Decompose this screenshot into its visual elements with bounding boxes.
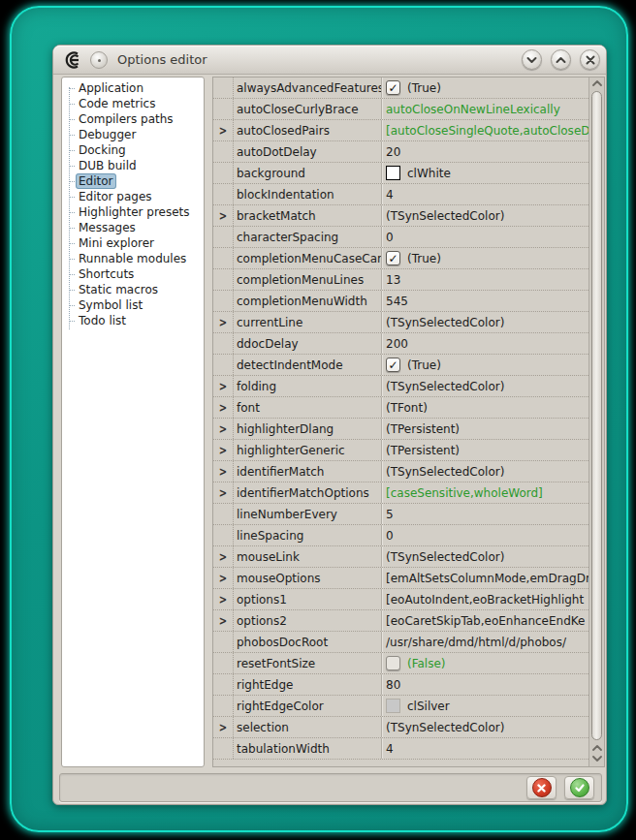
property-value[interactable]: (False)	[381, 653, 588, 673]
property-row-selection[interactable]: >selection(TSynSelectedColor)	[213, 717, 588, 738]
property-row-detectIndentMode[interactable]: detectIndentMode✓(True)	[213, 355, 588, 376]
property-value[interactable]: ✓(True)	[381, 355, 588, 375]
unshade-button[interactable]	[551, 49, 571, 70]
expand-arrow-icon[interactable]: >	[219, 380, 227, 392]
scroll-up-button-bottom[interactable]	[589, 744, 604, 752]
expander-cell[interactable]: >	[213, 376, 234, 396]
property-row-mouseOptions[interactable]: >mouseOptions[emAltSetsColumnMode,emDrag…	[213, 568, 588, 589]
expand-arrow-icon[interactable]: >	[219, 465, 227, 478]
property-row-completionMenuWidth[interactable]: completionMenuWidth545	[213, 291, 588, 312]
property-row-options2[interactable]: >options2[eoCaretSkipTab,eoEnhanceEndKe	[213, 610, 588, 632]
checkbox-checked-icon[interactable]: ✓	[386, 80, 400, 95]
property-value[interactable]: 4	[381, 184, 588, 204]
property-value[interactable]: (TSynSelectedColor)	[381, 205, 588, 226]
property-value[interactable]: (TPersistent)	[381, 419, 588, 439]
property-value[interactable]: (TSynSelectedColor)	[381, 376, 588, 396]
property-row-options1[interactable]: >options1[eoAutoIndent,eoBracketHighligh…	[213, 589, 588, 610]
checkbox-checked-icon[interactable]: ✓	[386, 251, 400, 265]
sidebar-item-debugger[interactable]: Debugger	[62, 127, 204, 142]
expand-arrow-icon[interactable]: >	[219, 593, 227, 606]
expander-cell[interactable]: >	[213, 717, 234, 737]
sidebar-item-application[interactable]: Application	[62, 80, 204, 96]
scroll-down-button[interactable]	[589, 755, 604, 762]
sidebar-item-mini-explorer[interactable]: Mini explorer	[62, 235, 204, 251]
property-row-autoDotDelay[interactable]: autoDotDelay20	[213, 141, 588, 163]
property-value[interactable]: [eoAutoIndent,eoBracketHighlight	[381, 589, 588, 609]
property-value[interactable]: 13	[381, 269, 588, 290]
property-value[interactable]: ✓(True)	[381, 248, 588, 268]
sidebar-item-dub-build[interactable]: DUB build	[62, 158, 204, 173]
expand-arrow-icon[interactable]: >	[219, 486, 227, 499]
property-row-background[interactable]: backgroundclWhite	[213, 163, 588, 184]
property-value[interactable]: (TSynSelectedColor)	[381, 717, 588, 737]
property-row-highlighterGeneric[interactable]: >highlighterGeneric(TPersistent)	[213, 440, 588, 461]
vertical-scrollbar[interactable]	[588, 78, 604, 766]
property-row-folding[interactable]: >folding(TSynSelectedColor)	[213, 376, 588, 397]
property-row-identifierMatch[interactable]: >identifierMatch(TSynSelectedColor)	[213, 461, 588, 482]
checkbox-checked-icon[interactable]: ✓	[386, 358, 400, 372]
property-row-rightEdge[interactable]: rightEdge80	[213, 674, 588, 696]
expand-arrow-icon[interactable]: >	[219, 209, 227, 222]
titlebar[interactable]: Options editor	[53, 46, 606, 75]
property-row-bracketMatch[interactable]: >bracketMatch(TSynSelectedColor)	[213, 205, 588, 227]
property-row-resetFontSize[interactable]: resetFontSize(False)	[213, 653, 588, 674]
property-row-highlighterDlang[interactable]: >highlighterDlang(TPersistent)	[213, 419, 588, 440]
property-value[interactable]: clSilver	[381, 696, 588, 716]
property-value[interactable]: 4	[381, 738, 588, 759]
expander-cell[interactable]: >	[213, 461, 234, 482]
sidebar-item-shortcuts[interactable]: Shortcuts	[62, 266, 204, 282]
expand-arrow-icon[interactable]: >	[219, 316, 227, 328]
property-row-blockIndentation[interactable]: blockIndentation4	[213, 184, 588, 205]
property-value[interactable]: 80	[381, 674, 588, 695]
sidebar-item-highlighter-presets[interactable]: Highlighter presets	[62, 204, 204, 220]
expander-cell[interactable]: >	[213, 610, 234, 631]
property-row-tabulationWidth[interactable]: tabulationWidth4	[213, 738, 588, 760]
scrollbar-thumb[interactable]	[591, 91, 602, 740]
expander-cell[interactable]: >	[213, 419, 234, 439]
property-value[interactable]: [eoCaretSkipTab,eoEnhanceEndKe	[381, 610, 588, 631]
property-row-completionMenuCaseCare[interactable]: completionMenuCaseCare✓(True)	[213, 248, 588, 269]
property-row-completionMenuLines[interactable]: completionMenuLines13	[213, 269, 588, 291]
expander-cell[interactable]: >	[213, 397, 234, 418]
property-row-font[interactable]: >font(TFont)	[213, 397, 588, 419]
property-value[interactable]: (TSynSelectedColor)	[381, 546, 588, 567]
property-row-ddocDelay[interactable]: ddocDelay200	[213, 333, 588, 355]
expander-cell[interactable]: >	[213, 312, 234, 332]
property-value[interactable]: [caseSensitive,wholeWord]	[381, 482, 588, 503]
property-row-lineSpacing[interactable]: lineSpacing0	[213, 525, 588, 546]
property-value[interactable]: (TFont)	[381, 397, 588, 418]
property-row-lineNumberEvery[interactable]: lineNumberEvery5	[213, 504, 588, 525]
scroll-up-button[interactable]	[589, 79, 604, 87]
expand-arrow-icon[interactable]: >	[219, 422, 227, 435]
expand-arrow-icon[interactable]: >	[219, 444, 227, 456]
property-row-characterSpacing[interactable]: characterSpacing0	[213, 227, 588, 248]
sidebar-item-todo-list[interactable]: Todo list	[62, 313, 204, 328]
expand-arrow-icon[interactable]: >	[219, 401, 227, 414]
property-row-identifierMatchOptions[interactable]: >identifierMatchOptions[caseSensitive,wh…	[213, 482, 588, 504]
property-value[interactable]: /usr/share/dmd/html/d/phobos/	[381, 632, 588, 652]
expand-arrow-icon[interactable]: >	[219, 721, 227, 733]
property-value[interactable]: (TSynSelectedColor)	[381, 312, 588, 332]
sidebar-item-editor[interactable]: Editor	[62, 173, 204, 189]
property-value[interactable]: [emAltSetsColumnMode,emDragDr	[381, 568, 588, 588]
sidebar-item-runnable-modules[interactable]: Runnable modules	[62, 251, 204, 266]
property-value[interactable]: 0	[381, 227, 588, 247]
property-value[interactable]: (TPersistent)	[381, 440, 588, 460]
sidebar-item-docking[interactable]: Docking	[62, 142, 204, 158]
property-row-rightEdgeColor[interactable]: rightEdgeColorclSilver	[213, 696, 588, 717]
property-row-autoCloseCurlyBrace[interactable]: autoCloseCurlyBraceautoCloseOnNewLineLex…	[213, 99, 588, 120]
property-value[interactable]: ✓(True)	[381, 78, 588, 98]
property-value[interactable]: clWhite	[381, 163, 588, 183]
expand-arrow-icon[interactable]: >	[219, 124, 227, 137]
property-value[interactable]: 20	[381, 141, 588, 162]
property-row-currentLine[interactable]: >currentLine(TSynSelectedColor)	[213, 312, 588, 333]
property-value[interactable]: [autoCloseSingleQuote,autoCloseD	[381, 120, 588, 140]
property-row-mouseLink[interactable]: >mouseLink(TSynSelectedColor)	[213, 546, 588, 568]
sidebar-item-compilers-paths[interactable]: Compilers paths	[62, 111, 204, 127]
close-button[interactable]	[580, 49, 600, 70]
property-value[interactable]: (TSynSelectedColor)	[381, 461, 588, 482]
sidebar-item-editor-pages[interactable]: Editor pages	[62, 189, 204, 204]
accept-button[interactable]	[564, 776, 594, 799]
expander-cell[interactable]: >	[213, 120, 234, 140]
property-value[interactable]: 545	[381, 291, 588, 311]
